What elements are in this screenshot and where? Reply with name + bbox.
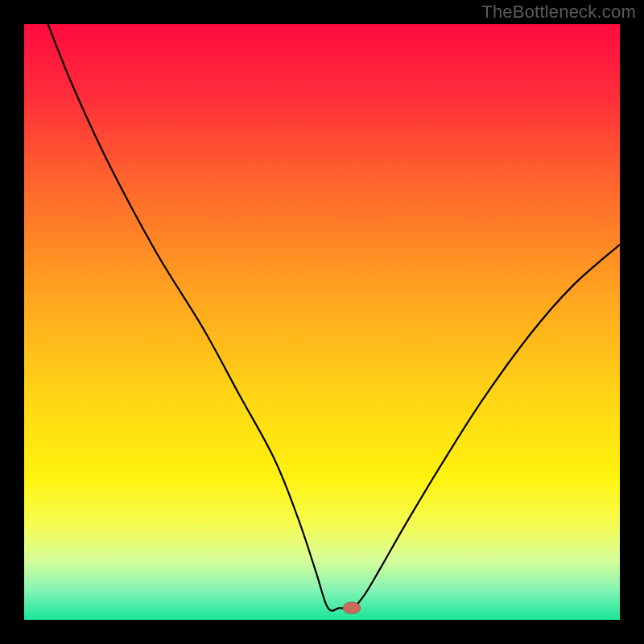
chart-frame: TheBottleneck.com [0, 0, 644, 644]
watermark-text: TheBottleneck.com [481, 2, 636, 23]
chart-svg [24, 24, 620, 620]
gradient-rect [24, 24, 620, 620]
minimum-marker [343, 602, 361, 614]
plot-area [24, 24, 620, 620]
